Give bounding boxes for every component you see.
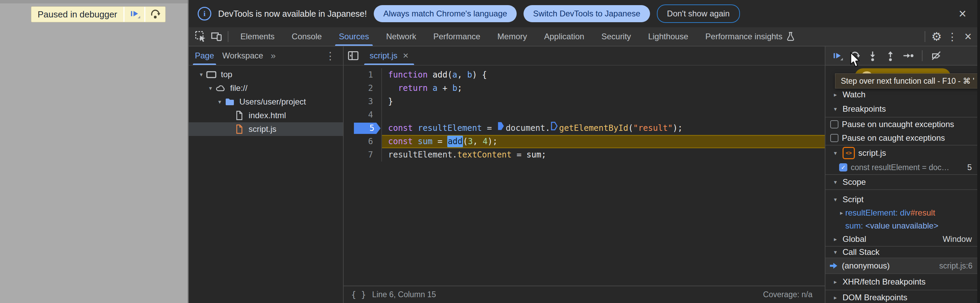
devtools-close-icon[interactable]: × [960,29,976,44]
breakpoint-file-group[interactable]: ▾ <> script.js [826,146,980,160]
step-over-icon[interactable] [847,49,862,63]
step-into-icon[interactable] [865,49,880,63]
section-watch[interactable]: ▸ Watch [826,88,980,101]
inspect-element-icon[interactable] [193,29,208,44]
breakpoint-marker[interactable]: 5 [354,123,380,134]
scope-group-script[interactable]: ▾ Script [826,193,980,206]
editor-tab-scriptjs[interactable]: script.js × [363,46,415,65]
breakpoint-checkbox[interactable]: ✓ [839,163,847,171]
breakpoint-entry[interactable]: ✓const resultElement = doc…5 [826,160,980,174]
line-number-1[interactable]: 1 [344,68,382,82]
chevron-down-icon: ▾ [832,106,839,113]
tab-network[interactable]: Network [377,27,425,46]
line-number-6[interactable]: 6 [344,135,382,148]
section-call-stack[interactable]: ▾ Call Stack [826,247,980,257]
tab-label: Performance [433,32,480,41]
folder-icon [224,96,235,107]
section-breakpoints[interactable]: ▾ Breakpoints [826,101,980,117]
panel-tabs: ElementsConsoleSourcesNetworkPerformance… [232,27,804,46]
pause-option-0[interactable]: Pause on uncaught exceptions [826,117,980,131]
navigator-tab-page[interactable]: Page [191,46,218,65]
tree-item-file-[interactable]: ▾file:// [189,81,343,95]
tab-label: Security [601,32,631,41]
resume-icon [129,8,140,21]
tab-memory[interactable]: Memory [489,27,536,46]
section-scope[interactable]: ▾ Scope [826,175,980,189]
settings-gear-icon[interactable]: ⚙ [929,29,945,44]
line-number-5[interactable]: 5 [344,122,382,135]
source-editor-pane: script.js × 1function add(a, b) {2 retur… [344,46,825,303]
tree-item-index-html[interactable]: index.html [189,109,343,122]
token-plain: , [457,70,467,79]
tab-console[interactable]: Console [283,27,330,46]
watch-title: Watch [843,90,865,99]
infobar-close-icon[interactable]: × [959,7,966,20]
chevron-down-icon[interactable]: ▾ [206,85,215,92]
toggle-navigator-icon[interactable] [344,46,363,65]
tab-label: Performance insights [705,32,782,41]
tab-sources[interactable]: Sources [330,27,377,46]
tab-performance[interactable]: Performance [425,27,488,46]
line-number-2[interactable]: 2 [344,82,382,95]
tab-application[interactable]: Application [536,27,593,46]
token-plain: ); [488,136,498,146]
experiment-flask-icon [786,32,795,42]
infobar: i DevTools is now available in Japanese!… [189,0,980,27]
step-out-icon[interactable] [883,49,898,63]
tab-label: Console [292,32,322,41]
code-editor[interactable]: 1function add(a, b) {2 return a + b;3}45… [344,66,825,303]
inline-breakpoint-set-icon[interactable] [498,121,504,135]
more-tabs-icon[interactable]: » [271,51,275,61]
tab-performance-insights[interactable]: Performance insights [697,27,804,46]
overflow-menu-icon[interactable]: ⋮ [945,29,960,44]
code-line-text: resultElement.textContent = sum; [382,148,825,162]
code-line-text: const resultElement = document.getElemen… [382,122,825,135]
token-plain: add( [428,70,452,79]
switch-to-japanese-button[interactable]: Switch DevTools to Japanese [523,5,650,22]
tab-close-icon[interactable]: × [403,51,408,60]
checkbox[interactable] [830,134,838,142]
chevron-right-icon[interactable]: ▸ [838,209,845,217]
deactivate-breakpoints-icon[interactable] [929,49,944,63]
scope-variable-resultElement[interactable]: ▸resultElement: div#result [826,206,980,219]
scope-group-global[interactable]: ▸ Global Window [826,232,980,246]
navigator-overflow-menu-icon[interactable]: ⋮ [325,50,336,62]
scope-variable-sum[interactable]: sum: <value unavailable> [826,219,980,232]
tab-security[interactable]: Security [593,27,640,46]
token-kw: const [388,123,413,133]
resume-script-icon[interactable] [830,49,845,63]
navigator-tab-workspace[interactable]: Workspace [218,46,267,65]
tab-lighthouse[interactable]: Lighthouse [640,27,697,46]
token-plain [428,83,433,93]
chevron-down-icon[interactable]: ▾ [215,98,224,106]
step-icon[interactable] [900,49,916,63]
scope-variables: ▸resultElement: div#resultsum: <value un… [826,206,980,232]
tab-label: Sources [339,32,369,41]
inline-breakpoint-candidate-icon[interactable] [551,121,558,135]
tab-elements[interactable]: Elements [232,27,283,46]
pause-option-1[interactable]: Pause on caught exceptions [826,131,980,145]
token-plain: = [433,136,447,146]
breakpoints-title: Breakpoints [843,104,886,114]
token-var: a [452,70,457,79]
line-number-3[interactable]: 3 [344,95,382,108]
sources-navigator-pane: Page Workspace » ⋮ ▾top▾file://▾Users/us… [189,46,344,303]
editor-status-bar: { } Line 6, Column 15 Coverage: n/a [344,286,825,303]
step-over-button[interactable] [145,7,165,22]
token-plain: ); [673,123,682,133]
pretty-print-icon[interactable]: { } [351,290,366,300]
device-toolbar-icon[interactable] [208,29,224,44]
call-stack-frame[interactable]: (anonymous)script.js:6 [826,258,980,273]
section-dom-breakpoints[interactable]: ▸ DOM Breakpoints [826,290,980,303]
line-number-4[interactable]: 4 [344,108,382,122]
resume-script-button[interactable] [124,7,144,22]
tree-item-top[interactable]: ▾top [189,68,343,81]
always-match-language-button[interactable]: Always match Chrome's language [374,5,517,22]
chevron-down-icon[interactable]: ▾ [197,71,206,78]
tree-item-script-js[interactable]: script.js [189,122,343,136]
line-number-7[interactable]: 7 [344,148,382,162]
dont-show-again-button[interactable]: Don't show again [657,5,740,23]
tree-item-users-user-project[interactable]: ▾Users/user/project [189,95,343,109]
checkbox[interactable] [830,120,838,128]
section-xhr-breakpoints[interactable]: ▸ XHR/fetch Breakpoints [826,274,980,290]
